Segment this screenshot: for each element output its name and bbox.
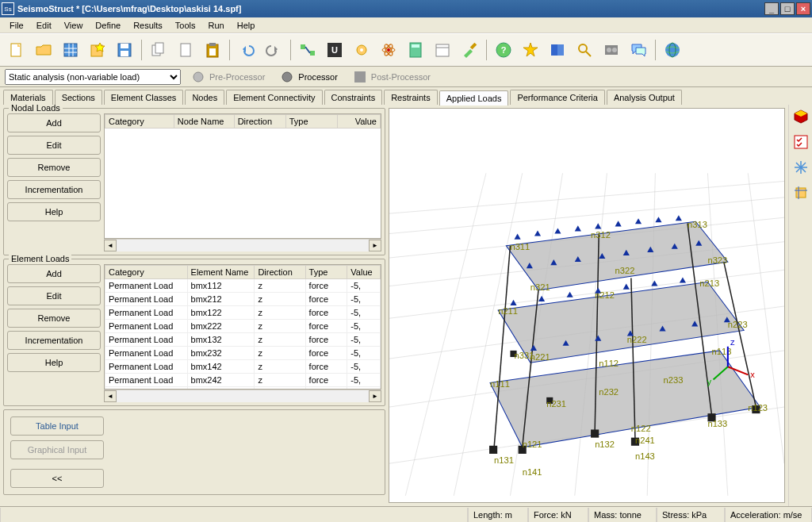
svg-line-22	[305, 47, 310, 53]
table-row[interactable]: Permanent Loadbmx122zforce-5,	[105, 306, 381, 320]
book-icon[interactable]	[546, 38, 569, 62]
gear-icon	[279, 69, 295, 85]
snowflake-icon[interactable]	[792, 159, 810, 176]
tab-materials[interactable]: Materials	[3, 90, 53, 105]
checklist-icon[interactable]	[792, 133, 810, 151]
analysis-type-dropdown[interactable]: Static analysis (non-variable load)	[5, 69, 181, 85]
u-icon[interactable]: U	[323, 38, 347, 62]
menu-help[interactable]: Help	[231, 19, 262, 32]
element-add-button[interactable]: Add	[7, 264, 101, 283]
menu-view[interactable]: View	[58, 19, 90, 32]
table-row[interactable]: Permanent Loadbmx142zforce-5,	[105, 360, 381, 374]
svg-line-57	[405, 173, 486, 496]
help-icon[interactable]: ?	[492, 38, 515, 62]
chat-icon[interactable]	[626, 38, 650, 62]
svg-rect-10	[121, 44, 128, 48]
nodal-hscroll[interactable]: ◄►	[104, 239, 381, 251]
status-stress: Stress: kPa	[657, 508, 725, 522]
brush-icon[interactable]	[458, 38, 481, 62]
tab-applied-loads[interactable]: Applied Loads	[439, 90, 509, 106]
table-row[interactable]: Permanent Loadbmx113zforce-5,	[105, 387, 381, 390]
star-icon[interactable]	[519, 38, 542, 62]
table-row[interactable]: Permanent Loadbmx212zforce-5,	[105, 293, 381, 306]
menu-tools[interactable]: Tools	[169, 19, 202, 32]
table-row[interactable]: Permanent Loadbmx112zforce-5,	[105, 279, 381, 293]
grid-blue-icon[interactable]	[59, 38, 82, 62]
svg-marker-73	[515, 234, 521, 240]
menu-run[interactable]: Run	[202, 19, 231, 32]
nodal-loads-table[interactable]: Category Node Name Direction Type Value	[104, 113, 381, 239]
open-icon[interactable]	[32, 38, 56, 62]
crop-icon[interactable]	[792, 184, 810, 202]
table-row[interactable]: Permanent Loadbmx232zforce-5,	[105, 347, 381, 360]
svg-marker-79	[635, 218, 642, 224]
menu-edit[interactable]: Edit	[30, 19, 58, 32]
tab-sections[interactable]: Sections	[55, 90, 102, 105]
copy-doc-icon[interactable]	[147, 38, 170, 62]
element-help-button[interactable]: Help	[7, 353, 101, 372]
3d-viewport[interactable]: n311n312n313 n321n322n323 n211n212n213 n…	[389, 108, 785, 503]
nodal-help-button[interactable]: Help	[7, 202, 101, 221]
svg-point-26	[360, 48, 363, 52]
maximize-button[interactable]: □	[780, 2, 795, 15]
pre-processor-button[interactable]: Pre-Processor	[186, 67, 270, 86]
svg-marker-96	[680, 277, 686, 282]
video-icon[interactable]	[599, 38, 623, 62]
doc-icon[interactable]	[174, 38, 197, 62]
nodal-edit-button[interactable]: Edit	[7, 136, 101, 155]
tab-restraints[interactable]: Restraints	[384, 90, 438, 105]
close-button[interactable]: ×	[796, 2, 810, 15]
nodal-remove-button[interactable]: Remove	[7, 158, 101, 177]
element-edit-button[interactable]: Edit	[7, 286, 101, 305]
table-row[interactable]: Permanent Loadbmx222zforce-5,	[105, 320, 381, 333]
nodal-add-button[interactable]: Add	[7, 113, 101, 132]
svg-rect-48	[354, 71, 366, 83]
table-input-button[interactable]: Table Input	[10, 416, 104, 436]
tab-constraints[interactable]: Constraints	[324, 90, 383, 105]
table-row[interactable]: Permanent Loadbmx242zforce-5,	[105, 374, 381, 387]
nodal-incrementation-button[interactable]: Incrementation	[7, 180, 101, 199]
element-loads-table[interactable]: Category Element Name Direction Type Val…	[104, 264, 381, 390]
svg-text:n143: n143	[635, 451, 655, 461]
save-icon[interactable]	[113, 38, 136, 62]
table-row[interactable]: Permanent Loadbmx132zforce-5,	[105, 333, 381, 347]
tab-nodes[interactable]: Nodes	[185, 90, 224, 105]
svg-text:n121: n121	[523, 439, 542, 449]
search-icon[interactable]	[573, 38, 596, 62]
svg-rect-148	[795, 136, 807, 148]
svg-text:n232: n232	[599, 387, 619, 397]
globe-icon[interactable]	[661, 38, 684, 62]
new-icon[interactable]	[5, 38, 29, 62]
post-processor-button[interactable]: Post-Processor	[347, 67, 435, 86]
paste-icon[interactable]	[201, 38, 224, 62]
menu-results[interactable]: Results	[127, 19, 169, 32]
tab-element-classes[interactable]: Element Classes	[104, 90, 184, 105]
connect-icon[interactable]	[296, 38, 320, 62]
calendar-icon[interactable]	[431, 38, 454, 62]
menu-define[interactable]: Define	[89, 19, 127, 32]
svg-text:y: y	[707, 377, 711, 386]
menu-file[interactable]: File	[3, 19, 30, 32]
svg-text:n313: n313	[688, 220, 707, 229]
redo-icon[interactable]	[262, 38, 285, 62]
element-hscroll[interactable]: ◄►	[104, 390, 381, 402]
element-incrementation-button[interactable]: Incrementation	[7, 331, 101, 350]
back-button[interactable]: <<	[10, 469, 104, 488]
3d-cube-icon[interactable]	[792, 108, 810, 125]
svg-text:n311: n311	[510, 242, 530, 251]
element-remove-button[interactable]: Remove	[7, 309, 101, 328]
tab-analysis-output[interactable]: Analysis Output	[607, 90, 682, 105]
tab-element-connectivity[interactable]: Element Connectivity	[226, 90, 322, 105]
processor-button[interactable]: Processor	[274, 67, 343, 86]
undo-icon[interactable]	[235, 38, 259, 62]
gear-icon[interactable]	[350, 38, 373, 62]
wizard-icon[interactable]	[86, 38, 109, 62]
atom-icon[interactable]	[377, 38, 400, 62]
svg-text:n212: n212	[595, 290, 615, 300]
calc-icon[interactable]	[404, 38, 427, 62]
svg-rect-153	[796, 188, 806, 198]
minimize-button[interactable]: _	[764, 2, 779, 15]
graphical-input-button[interactable]: Graphical Input	[10, 440, 104, 459]
svg-text:n131: n131	[494, 455, 514, 465]
tab-performance-criteria[interactable]: Performance Criteria	[510, 90, 604, 105]
